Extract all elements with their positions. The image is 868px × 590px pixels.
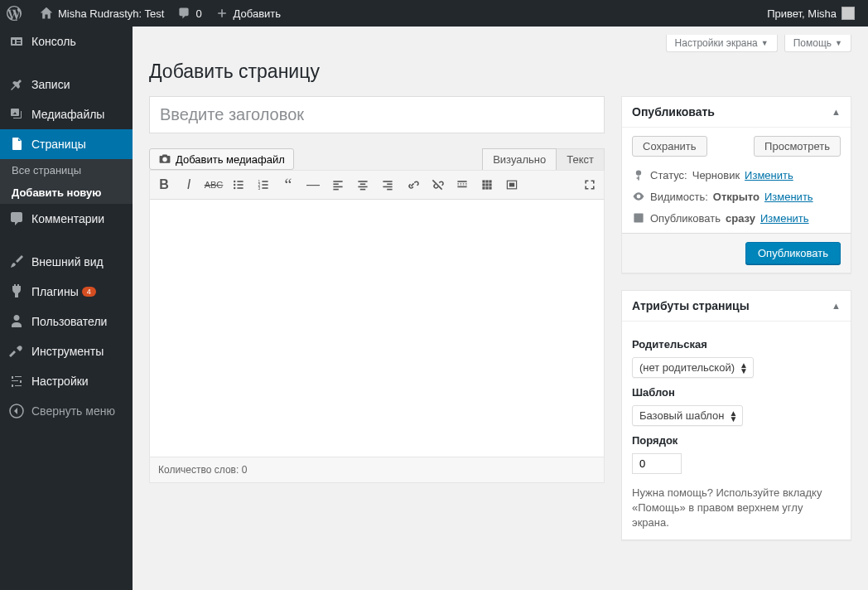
attributes-header[interactable]: Атрибуты страницы ▲ xyxy=(622,291,851,322)
edit-visibility-link[interactable]: Изменить xyxy=(764,191,813,203)
wordpress-icon xyxy=(7,6,22,21)
unlink-button[interactable] xyxy=(426,173,449,196)
select-arrows-icon: ▲▼ xyxy=(740,362,748,374)
svg-point-3 xyxy=(234,184,235,186)
sidebar-item-posts[interactable]: Записи xyxy=(0,70,133,99)
publish-header[interactable]: Опубликовать ▲ xyxy=(622,97,851,128)
save-draft-button[interactable]: Сохранить xyxy=(632,136,707,157)
svg-rect-13 xyxy=(333,181,342,182)
svg-rect-14 xyxy=(333,183,338,185)
align-center-button[interactable] xyxy=(351,173,374,196)
word-count: Количество слов: 0 xyxy=(150,457,604,482)
more-button[interactable] xyxy=(451,173,474,196)
sidebar-item-tools[interactable]: Инструменты xyxy=(0,336,133,366)
publish-button[interactable]: Опубликовать xyxy=(745,242,841,264)
triangle-down-icon: ▼ xyxy=(761,39,769,47)
align-left-button[interactable] xyxy=(326,173,350,196)
tab-text[interactable]: Текст xyxy=(557,148,605,170)
schedule-row: Опубликовать сразу Изменить xyxy=(632,211,841,225)
ul-button[interactable] xyxy=(227,173,250,196)
visibility-row: Видимость: Открыто Изменить xyxy=(632,190,841,203)
template-select[interactable]: Базовый шаблон ▲▼ xyxy=(632,405,743,426)
template-value: Базовый шаблон xyxy=(639,409,724,422)
sidebar-item-appearance[interactable]: Внешний вид xyxy=(0,247,133,277)
editor-box: B I ABC 123 “ — xyxy=(149,170,605,483)
distraction-free-button[interactable] xyxy=(500,173,523,196)
align-right-button[interactable] xyxy=(376,173,399,196)
svg-rect-23 xyxy=(383,186,392,188)
attributes-body: Родительская (нет родительской) ▲▼ Шабло… xyxy=(622,322,851,539)
admin-bar: Misha Rudrastyh: Test 0 Добавить Привет,… xyxy=(0,0,868,27)
sidebar-item-dashboard[interactable]: Консоль xyxy=(0,27,133,56)
sidebar-item-plugins[interactable]: Плагины 4 xyxy=(0,277,133,307)
svg-rect-33 xyxy=(489,183,491,186)
sidebar-item-media[interactable]: Медиафайлы xyxy=(0,99,133,129)
order-label: Порядок xyxy=(632,434,841,447)
plugin-icon xyxy=(8,283,25,300)
svg-rect-27 xyxy=(457,186,466,188)
edit-schedule-link[interactable]: Изменить xyxy=(760,212,809,225)
sidebar-label: Пользователи xyxy=(31,315,107,328)
ol-button[interactable]: 123 xyxy=(252,173,275,196)
quote-button[interactable]: “ xyxy=(277,173,300,196)
edit-status-link[interactable]: Изменить xyxy=(745,169,793,181)
select-arrows-icon: ▲▼ xyxy=(730,410,738,422)
user-greeting[interactable]: Привет, Misha xyxy=(760,0,861,27)
plus-icon xyxy=(215,7,229,20)
submenu-add-page[interactable]: Добавить новую xyxy=(0,181,133,204)
screen-options-button[interactable]: Настройки экрана ▼ xyxy=(666,35,778,52)
strike-button[interactable]: ABC xyxy=(202,173,225,196)
toolbar-toggle-button[interactable] xyxy=(475,173,499,196)
status-value: Черновик xyxy=(692,169,740,181)
columns: Добавить медиафайл Визуально Текст B I A… xyxy=(149,96,851,557)
attributes-help: Нужна помощь? Используйте вкладку «Помощ… xyxy=(632,486,841,531)
status-label: Статус: xyxy=(650,169,687,181)
sidebar-item-settings[interactable]: Настройки xyxy=(0,366,133,396)
svg-rect-12 xyxy=(262,187,268,189)
svg-rect-16 xyxy=(333,189,338,191)
italic-button[interactable]: I xyxy=(177,173,200,196)
svg-rect-18 xyxy=(360,183,365,185)
parent-value: (нет родительской) xyxy=(639,361,735,374)
sidebar-collapse[interactable]: Свернуть меню xyxy=(0,396,133,426)
sidebar-label: Медиафайлы xyxy=(31,108,104,121)
editor-tabs: Визуально Текст xyxy=(482,148,605,170)
eye-icon xyxy=(632,190,645,203)
publish-footer: Опубликовать xyxy=(622,233,851,273)
add-new[interactable]: Добавить xyxy=(209,0,287,27)
svg-rect-21 xyxy=(383,181,392,182)
link-button[interactable] xyxy=(401,173,424,196)
fullscreen-button[interactable] xyxy=(578,173,601,196)
title-input[interactable] xyxy=(149,96,605,133)
add-media-button[interactable]: Добавить медиафайл xyxy=(149,148,294,170)
order-input[interactable] xyxy=(632,453,682,474)
dashboard-icon xyxy=(8,33,25,50)
svg-rect-8 xyxy=(262,181,268,182)
wp-logo[interactable] xyxy=(0,0,33,27)
site-name[interactable]: Misha Rudrastyh: Test xyxy=(33,0,171,27)
media-icon xyxy=(8,106,25,123)
brush-icon xyxy=(8,254,25,270)
help-button[interactable]: Помощь ▼ xyxy=(784,35,851,52)
preview-button[interactable]: Просмотреть xyxy=(754,136,841,157)
sidebar-label: Комментарии xyxy=(31,212,104,225)
camera-icon xyxy=(158,152,171,166)
page-title: Добавить страницу xyxy=(149,60,851,83)
publish-title: Опубликовать xyxy=(632,105,715,118)
screen-options-label: Настройки экрана xyxy=(675,37,758,49)
tab-visual[interactable]: Визуально xyxy=(482,148,557,170)
sidebar-item-comments[interactable]: Комментарии xyxy=(0,204,133,234)
collapse-icon xyxy=(8,403,25,419)
editor-textarea[interactable] xyxy=(150,200,604,457)
parent-select[interactable]: (нет родительской) ▲▼ xyxy=(632,357,754,378)
sidebar-item-users[interactable]: Пользователи xyxy=(0,307,133,336)
hr-button[interactable]: — xyxy=(301,173,325,196)
comments-link[interactable]: 0 xyxy=(171,0,208,27)
bold-button[interactable]: B xyxy=(152,173,176,196)
sidebar-submenu: Все страницы Добавить новую xyxy=(0,159,133,204)
visibility-value: Открыто xyxy=(713,191,760,203)
sidebar-item-pages[interactable]: Страницы xyxy=(0,129,133,159)
help-label: Помощь xyxy=(793,37,832,49)
parent-label: Родительская xyxy=(632,338,841,351)
submenu-all-pages[interactable]: Все страницы xyxy=(0,159,133,181)
